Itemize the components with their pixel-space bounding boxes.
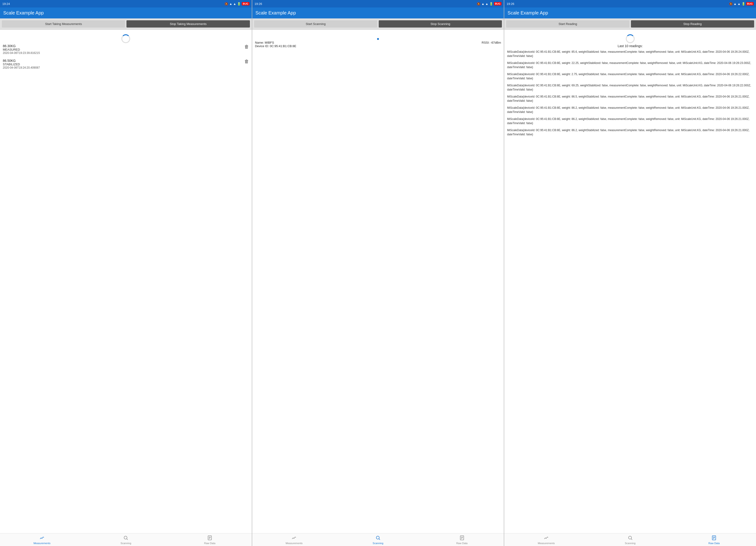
- app-title: Scale Example App: [255, 10, 296, 16]
- content-area: RSSI: -67dBm Name: MIBFS Device ID: 0C:9…: [252, 30, 504, 533]
- measurement-text: 86.30KG MEASURED 2020-04-06T19:23:39.816…: [3, 44, 40, 55]
- app-bar: Scale Example App: [0, 7, 252, 18]
- raw-data-nav-icon: [711, 535, 717, 541]
- reading-entry: MiScaleData{deviceId: 0C:95:41:B1:CB:8E,…: [507, 83, 753, 92]
- status-icons: 🔕 ▲ ▲ 🔋 BUG: [224, 2, 249, 6]
- start-scanning-btn[interactable]: Start Scanning: [254, 20, 377, 28]
- content-area: Last 10 readings:MiScaleData{deviceId: 0…: [504, 30, 756, 533]
- signal-icon: ▲: [233, 2, 236, 6]
- bottom-nav: Measurements Scanning Raw Data: [0, 533, 252, 546]
- loading-spinner: [3, 32, 249, 44]
- start-reading-btn[interactable]: Start Reading: [506, 20, 629, 28]
- device-name: Name: MIBFS: [255, 41, 501, 44]
- nav-item-raw-data[interactable]: Raw Data: [672, 535, 756, 545]
- toolbar: Start Taking Measurements Stop Taking Me…: [0, 18, 252, 30]
- measurements-nav-icon: [39, 535, 45, 541]
- status-time: 19:26: [507, 2, 514, 6]
- scanning-nav-icon: [123, 535, 128, 541]
- status-time: 19:26: [255, 2, 262, 6]
- raw-data-nav-label: Raw Data: [204, 542, 215, 545]
- debug-badge: BUG: [746, 2, 754, 5]
- measurement-weight: 86.30KG: [3, 44, 40, 48]
- measurement-status: STABILIZED: [3, 63, 40, 66]
- content-area: 86.30KG MEASURED 2020-04-06T19:23:39.816…: [0, 30, 252, 533]
- measurement-timestamp: 2020-04-06T19:23:39.816215: [3, 51, 40, 55]
- measurement-text: 86.50KG STABILIZED 2020-04-06T19:24:20.4…: [3, 59, 40, 69]
- status-icons: 🔕 ▲ ▲ 🔋 BUG: [729, 2, 754, 6]
- stop-reading-btn[interactable]: Stop Reading: [631, 20, 754, 28]
- nav-item-scanning[interactable]: Scanning: [336, 535, 420, 545]
- bell-icon: 🔕: [729, 2, 733, 6]
- reading-entry: MiScaleData{deviceId: 0C:95:41:B1:CB:8E,…: [507, 117, 753, 125]
- measurements-nav-icon: [544, 535, 549, 541]
- app-title: Scale Example App: [507, 10, 548, 16]
- delete-measurement-button[interactable]: 🗑: [242, 44, 249, 49]
- toolbar: Start Reading Stop Reading: [504, 18, 756, 30]
- reading-entry: MiScaleData{deviceId: 0C:95:41:B1:CB:8E,…: [507, 61, 753, 69]
- wifi-icon: ▲: [481, 2, 484, 6]
- raw-data-nav-label: Raw Data: [708, 542, 720, 545]
- bottom-nav: Measurements Scanning Raw Data: [504, 533, 756, 546]
- debug-badge: BUG: [494, 2, 501, 5]
- reading-entry: MiScaleData{deviceId: 0C:95:41:B1:CB:8E,…: [507, 128, 753, 137]
- delete-measurement-button[interactable]: 🗑: [242, 59, 249, 64]
- reading-entry: MiScaleData{deviceId: 0C:95:41:B1:CB:8E,…: [507, 72, 753, 80]
- last-readings-title: Last 10 readings:: [507, 44, 753, 48]
- nav-item-scanning[interactable]: Scanning: [588, 535, 672, 545]
- measurement-entry: 86.50KG STABILIZED 2020-04-06T19:24:20.4…: [3, 59, 249, 69]
- nav-item-raw-data[interactable]: Raw Data: [420, 535, 504, 545]
- scanning-nav-icon: [375, 535, 381, 541]
- status-bar: 19:26 🔕 ▲ ▲ 🔋 BUG: [504, 0, 756, 7]
- measurement-status: MEASURED: [3, 48, 40, 51]
- scanning-nav-label: Scanning: [120, 542, 131, 545]
- svg-line-13: [631, 539, 632, 540]
- measurements-nav-label: Measurements: [33, 542, 50, 545]
- status-bar: 19:24 🔕 ▲ ▲ 🔋 BUG: [0, 0, 252, 7]
- debug-badge: BUG: [242, 2, 249, 5]
- measurement-timestamp: 2020-04-06T19:24:20.409087: [3, 66, 40, 69]
- battery-icon: 🔋: [237, 2, 241, 6]
- battery-icon: 🔋: [742, 2, 745, 6]
- nav-item-measurements[interactable]: Measurements: [504, 535, 588, 545]
- start-taking-btn[interactable]: Start Taking Measurements: [2, 20, 125, 28]
- reading-entry: MiScaleData{deviceId: 0C:95:41:B1:CB:8E,…: [507, 95, 753, 103]
- panel-measurements: 19:24 🔕 ▲ ▲ 🔋 BUG Scale Example App Star…: [0, 0, 252, 546]
- nav-item-measurements[interactable]: Measurements: [252, 535, 336, 545]
- reading-entry: MiScaleData{deviceId: 0C:95:41:B1:CB:8E,…: [507, 106, 753, 114]
- raw-data-nav-label: Raw Data: [456, 542, 467, 545]
- loading-spinner: [507, 32, 753, 44]
- battery-icon: 🔋: [489, 2, 493, 6]
- app-bar: Scale Example App: [504, 7, 756, 18]
- signal-icon: ▲: [738, 2, 741, 6]
- scanning-dot: [255, 32, 501, 41]
- scanning-nav-label: Scanning: [625, 542, 636, 545]
- stop-taking-btn[interactable]: Stop Taking Measurements: [126, 20, 250, 28]
- app-bar: Scale Example App: [252, 7, 504, 18]
- stop-scanning-btn[interactable]: Stop Scanning: [379, 20, 502, 28]
- wifi-icon: ▲: [229, 2, 232, 6]
- measurements-nav-label: Measurements: [286, 542, 303, 545]
- measurement-weight: 86.50KG: [3, 59, 40, 63]
- svg-line-1: [127, 539, 128, 540]
- svg-point-0: [124, 536, 127, 539]
- status-icons: 🔕 ▲ ▲ 🔋 BUG: [477, 2, 501, 6]
- panel-rawdata: 19:26 🔕 ▲ ▲ 🔋 BUG Scale Example App Star…: [504, 0, 756, 546]
- status-time: 19:24: [2, 2, 10, 6]
- signal-icon: ▲: [485, 2, 488, 6]
- measurements-nav-label: Measurements: [538, 542, 555, 545]
- nav-item-raw-data[interactable]: Raw Data: [168, 535, 252, 545]
- nav-item-measurements[interactable]: Measurements: [0, 535, 84, 545]
- toolbar: Start Scanning Stop Scanning: [252, 18, 504, 30]
- device-info: RSSI: -67dBm Name: MIBFS Device ID: 0C:9…: [255, 41, 501, 48]
- svg-line-7: [379, 539, 380, 540]
- raw-data-nav-icon: [459, 535, 465, 541]
- nav-item-scanning[interactable]: Scanning: [84, 535, 168, 545]
- panel-scanning: 19:26 🔕 ▲ ▲ 🔋 BUG Scale Example App Star…: [252, 0, 504, 546]
- scanning-nav-label: Scanning: [373, 542, 383, 545]
- reading-entry: MiScaleData{deviceId: 0C:95:41:B1:CB:8E,…: [507, 50, 753, 58]
- measurements-nav-icon: [291, 535, 297, 541]
- svg-point-12: [628, 536, 631, 539]
- status-bar: 19:26 🔕 ▲ ▲ 🔋 BUG: [252, 0, 504, 7]
- wifi-icon: ▲: [734, 2, 737, 6]
- raw-data-nav-icon: [207, 535, 212, 541]
